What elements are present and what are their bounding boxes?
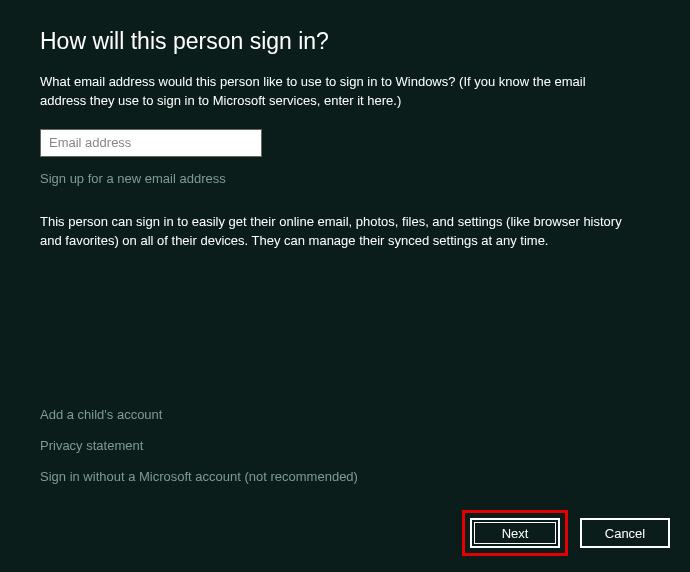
signin-description: What email address would this person lik… — [40, 73, 630, 111]
privacy-statement-link[interactable]: Privacy statement — [40, 438, 358, 453]
cancel-button[interactable]: Cancel — [580, 518, 670, 548]
next-button[interactable]: Next — [470, 518, 560, 548]
add-child-account-link[interactable]: Add a child's account — [40, 407, 358, 422]
email-field[interactable] — [40, 129, 262, 157]
signup-new-email-link[interactable]: Sign up for a new email address — [40, 171, 226, 186]
button-bar: Next Cancel — [462, 510, 670, 556]
sync-info-text: This person can sign in to easily get th… — [40, 213, 640, 251]
bottom-links-group: Add a child's account Privacy statement … — [40, 407, 358, 500]
local-account-link[interactable]: Sign in without a Microsoft account (not… — [40, 469, 358, 484]
next-button-highlight: Next — [462, 510, 568, 556]
page-title: How will this person sign in? — [40, 28, 650, 55]
